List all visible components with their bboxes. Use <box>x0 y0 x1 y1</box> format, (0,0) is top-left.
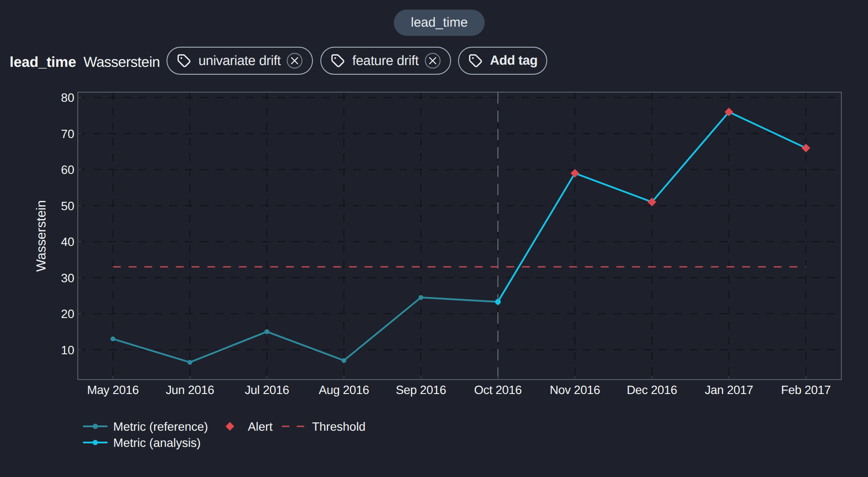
x-tick-label: May 2016 <box>87 383 139 397</box>
legend-item-threshold[interactable]: Threshold <box>282 420 365 433</box>
legend-dot-swatch <box>93 424 98 429</box>
chart-legend: Metric (reference)AlertThresholdMetric (… <box>83 420 365 449</box>
legend-dot-swatch <box>93 440 98 445</box>
y-tick-label: 70 <box>61 127 74 141</box>
chart-series <box>111 107 810 364</box>
x-tick-label: Jan 2017 <box>705 383 753 397</box>
x-tick-label: Jun 2016 <box>166 383 214 397</box>
alert-marker <box>802 144 810 152</box>
point-marker-metric-reference <box>187 360 192 365</box>
legend-label: Metric (analysis) <box>113 436 201 449</box>
legend-label: Metric (reference) <box>113 420 208 433</box>
plot-border <box>78 92 841 380</box>
x-tick-label: Jul 2016 <box>245 383 289 397</box>
x-tick-label: Feb 2017 <box>781 383 831 397</box>
y-tick-label: 10 <box>61 343 74 357</box>
y-axis-title: Wasserstein <box>34 200 49 272</box>
legend-diamond-swatch <box>226 422 234 431</box>
legend-label: Threshold <box>312 420 365 433</box>
x-tick-label: Oct 2016 <box>474 383 522 397</box>
point-marker-metric-reference <box>341 358 346 363</box>
y-tick-label: 20 <box>61 307 74 321</box>
y-tick-label: 30 <box>61 271 74 285</box>
alert-marker <box>571 169 580 178</box>
x-tick-label: Nov 2016 <box>550 383 600 397</box>
chart-gridlines <box>78 92 841 380</box>
legend-item-metric-analysis[interactable]: Metric (analysis) <box>83 436 201 449</box>
point-marker-metric-reference <box>419 295 424 300</box>
y-tick-label: 40 <box>61 235 74 249</box>
x-tick-label: Sep 2016 <box>396 383 446 397</box>
legend-item-metric-reference[interactable]: Metric (reference) <box>83 420 208 433</box>
point-marker-metric-reference <box>111 336 115 341</box>
legend-item-alert[interactable]: Alert <box>226 420 273 433</box>
y-tick-label: 60 <box>61 163 74 176</box>
metric-line-chart: May 2016Jun 2016Jul 2016Aug 2016Sep 2016… <box>0 0 868 477</box>
point-marker-metric-reference <box>264 329 269 334</box>
legend-label: Alert <box>248 420 273 433</box>
y-tick-label: 80 <box>61 91 74 104</box>
point-marker-metric-analysis <box>495 299 501 304</box>
x-tick-label: Aug 2016 <box>319 383 369 397</box>
x-tick-label: Dec 2016 <box>627 383 677 397</box>
line-metric-reference <box>113 297 498 362</box>
y-tick-label: 50 <box>61 199 74 213</box>
plot-frame <box>78 92 841 380</box>
